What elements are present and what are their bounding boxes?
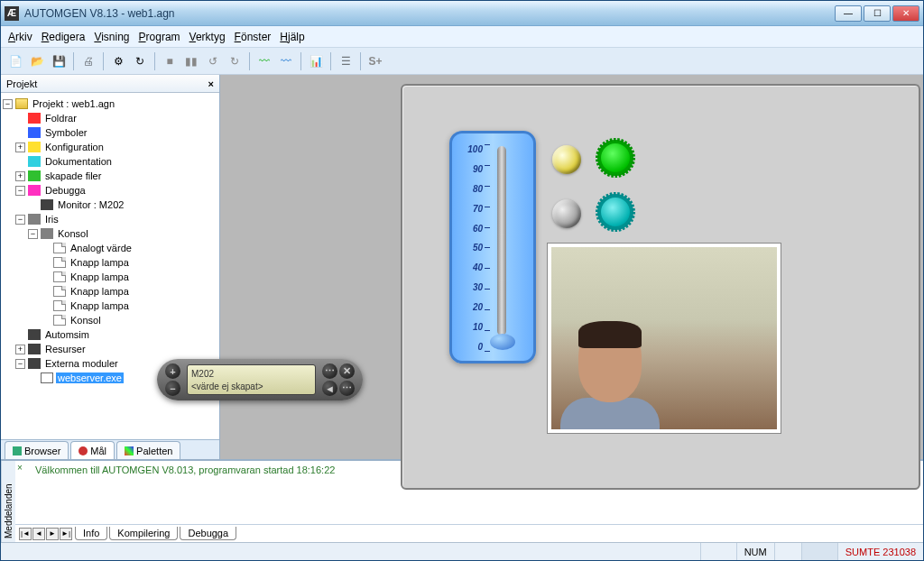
tab-info[interactable]: Info	[75, 527, 107, 540]
close-button[interactable]: ✕	[892, 5, 919, 22]
toolbar-separator	[330, 52, 331, 70]
menu-redigera[interactable]: Redigera	[42, 31, 86, 43]
tree-iris[interactable]: Iris	[43, 214, 60, 225]
folder-icon	[28, 127, 41, 138]
tree-knapp3[interactable]: Knapp lampa	[69, 286, 131, 297]
nav-last-icon[interactable]: ►|	[60, 528, 72, 540]
titlebar: Æ AUTOMGEN V8.13 - web1.agn — ☐ ✕	[1, 1, 923, 26]
tree-expander[interactable]: −	[15, 359, 25, 369]
monitor-more-button[interactable]: ⋯	[339, 381, 355, 396]
maximize-button[interactable]: ☐	[864, 5, 891, 22]
list-icon[interactable]: ☰	[337, 52, 355, 70]
rotate-right-icon[interactable]: ↻	[226, 52, 244, 70]
print-icon[interactable]: 🖨	[79, 52, 97, 70]
tree-resurser[interactable]: Resurser	[43, 344, 88, 354]
nav-first-icon[interactable]: |◄	[19, 528, 32, 540]
monitor-plus-button[interactable]: +	[165, 363, 180, 379]
s-plus-icon[interactable]: S+	[366, 52, 384, 70]
monitor-minus-button[interactable]: −	[165, 381, 180, 396]
minimize-button[interactable]: —	[835, 5, 862, 22]
app-icon: Æ	[5, 6, 19, 21]
panel-title-label: Projekt	[6, 78, 37, 89]
tree-analogt[interactable]: Analogt värde	[69, 243, 134, 253]
wave-blue-icon[interactable]: 〰	[277, 52, 295, 70]
page-icon	[53, 243, 66, 253]
tree-knapp2[interactable]: Knapp lampa	[69, 271, 131, 282]
new-file-icon[interactable]: 📄	[6, 52, 24, 70]
messages-content: × Välkommen till AUTOMGEN V8.013, progra…	[15, 461, 923, 524]
workspace: 1009080706050403020100	[220, 75, 923, 459]
tab-paletten[interactable]: Paletten	[116, 441, 180, 459]
tree-konsol[interactable]: Konsol	[56, 228, 90, 239]
tree-dokumentation[interactable]: Dokumentation	[43, 156, 114, 167]
menu-hjalp[interactable]: Hjälp	[280, 31, 304, 43]
folder-icon	[28, 329, 41, 340]
tree-externa[interactable]: Externa moduler	[43, 358, 120, 369]
target-icon	[79, 446, 88, 455]
tab-mal[interactable]: Mål	[70, 441, 115, 459]
tree-konfiguration[interactable]: Konfiguration	[43, 142, 106, 152]
wave-green-icon[interactable]: 〰	[255, 52, 273, 70]
knob-green[interactable]	[597, 140, 633, 176]
menu-arkiv[interactable]: AArkivrkiv	[8, 31, 32, 43]
tree-debugga[interactable]: Debugga	[43, 185, 88, 196]
messages-close-icon[interactable]: ×	[17, 463, 28, 474]
tree-expander[interactable]: −	[28, 229, 38, 239]
lamp-gray[interactable]	[552, 199, 581, 228]
tree-knapp4[interactable]: Knapp lampa	[69, 300, 131, 311]
save-icon[interactable]: 💾	[50, 52, 68, 70]
tree-automsim[interactable]: Automsim	[43, 329, 91, 340]
tree-foldrar[interactable]: Foldrar	[43, 113, 79, 124]
menu-verktyg[interactable]: Verktyg	[189, 31, 226, 43]
toolbar-separator	[249, 52, 250, 70]
tab-debugga[interactable]: Debugga	[180, 527, 236, 540]
stop-icon[interactable]: ■	[161, 52, 179, 70]
page-icon	[53, 257, 66, 268]
welcome-message: Välkommen till AUTOMGEN V8.013, programv…	[35, 464, 335, 475]
monitor-widget[interactable]: + − M202 <värde ej skapat> ⋯ ◄ ✕ ⋯	[157, 359, 363, 400]
menu-visning[interactable]: Visning	[94, 31, 129, 43]
monitor-close-button[interactable]: ✕	[339, 363, 355, 379]
tree-expander[interactable]: −	[15, 215, 25, 225]
thermometer-bulb	[490, 334, 515, 350]
tab-kompilering[interactable]: Kompilering	[109, 527, 178, 540]
messages-label: Meddelanden	[1, 461, 15, 542]
monitor-left-button[interactable]: ◄	[322, 381, 337, 396]
pause-icon[interactable]: ▮▮	[182, 52, 200, 70]
tree-expander[interactable]: +	[15, 345, 25, 354]
nav-prev-icon[interactable]: ◄	[32, 528, 45, 540]
panel-close-icon[interactable]: ×	[208, 78, 214, 89]
monitor-settings-button[interactable]: ⋯	[322, 363, 337, 379]
tab-browser[interactable]: Browser	[5, 441, 69, 459]
refresh-icon[interactable]: ↻	[131, 52, 149, 70]
tree-knapp1[interactable]: Knapp lampa	[69, 257, 131, 268]
rotate-left-icon[interactable]: ↺	[204, 52, 222, 70]
iris-panel: 1009080706050403020100	[401, 84, 920, 490]
tree-expander[interactable]: −	[15, 186, 25, 196]
folder-icon	[28, 156, 41, 167]
gear-icon[interactable]: ⚙	[109, 52, 127, 70]
thermometer[interactable]: 1009080706050403020100	[449, 131, 536, 363]
tree-expander[interactable]: +	[15, 171, 25, 181]
tree-expander[interactable]: −	[3, 99, 13, 109]
tree-symboler[interactable]: Symboler	[43, 127, 88, 138]
tree-webserver[interactable]: webserver.exe	[56, 372, 124, 383]
status-num: NUM	[736, 543, 774, 560]
tree-monitor[interactable]: Monitor : M202	[56, 199, 125, 210]
statusbar: NUM SUMTE 231038	[1, 542, 923, 560]
chart-icon[interactable]: 📊	[307, 52, 325, 70]
folder-icon	[28, 344, 41, 354]
knob-cyan[interactable]	[597, 194, 633, 230]
tree-skapade-filer[interactable]: skapade filer	[43, 170, 103, 181]
menu-program[interactable]: Program	[139, 31, 180, 43]
folder-icon	[28, 185, 41, 196]
person-icon	[569, 321, 660, 429]
tree-konsol2[interactable]: Konsol	[69, 315, 103, 326]
main-area: Projekt × −Projekt : web1.agn Foldrar Sy…	[1, 75, 923, 459]
lamp-yellow[interactable]	[552, 145, 581, 174]
tree-root[interactable]: Projekt : web1.agn	[31, 98, 116, 109]
menu-fonster[interactable]: Fönster	[235, 31, 272, 43]
tree-expander[interactable]: +	[15, 143, 25, 152]
open-folder-icon[interactable]: 📂	[28, 52, 46, 70]
nav-next-icon[interactable]: ►	[46, 528, 59, 540]
